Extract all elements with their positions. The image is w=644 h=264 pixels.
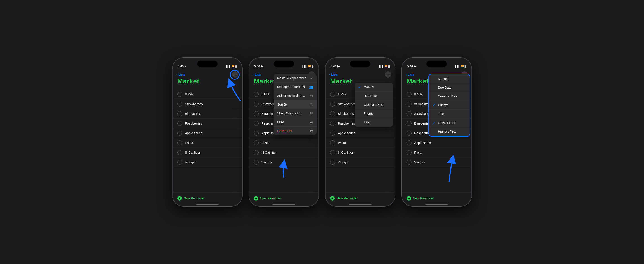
list-item: Raspberries [173, 119, 242, 129]
list-item: !!! Cat litter [249, 148, 318, 157]
menu-item-delete-list[interactable]: Delete List 🗑 [274, 127, 316, 135]
chevron-left-icon-2: ‹ [253, 73, 254, 76]
new-reminder-button-3[interactable]: + New Reminder [330, 196, 358, 201]
menu-item-select-reminders[interactable]: Select Reminders... ⊙ [274, 91, 316, 100]
plus-icon-3: + [330, 196, 335, 201]
sort-item-priority[interactable]: ✓ Priority [354, 109, 393, 118]
list-item: Apple sauce [402, 138, 471, 148]
item-checkbox[interactable] [177, 92, 182, 97]
sort-item-due-date[interactable]: ✓ Due Date [429, 83, 470, 92]
status-icons-2: ▌▌▌ 📶 ▓ [302, 65, 314, 67]
back-button-1[interactable]: ‹ Lists [176, 73, 185, 76]
sort-menu-wrapper-4: ✓ Manual ✓ Due Date ✓ Creation Date ✓ Pr… [428, 74, 470, 136]
sort-item-title[interactable]: ✓ Title [429, 110, 470, 119]
status-icons-4: ▌▌▌ 📶 ▓ [455, 65, 466, 67]
item-checkbox[interactable] [330, 160, 335, 165]
more-button-1[interactable]: ··· [232, 71, 238, 78]
menu-item-name-appearance[interactable]: Name & Appearance ✓ [274, 74, 316, 83]
battery-icon-1: ▓ [236, 65, 237, 67]
check-icon: ✓ [358, 103, 362, 107]
list-item: Pasta [402, 148, 471, 157]
item-checkbox[interactable] [254, 102, 259, 107]
item-checkbox[interactable] [330, 131, 335, 135]
new-reminder-button-4[interactable]: + New Reminder [406, 196, 434, 201]
sort-item-highest-first[interactable]: ✓ Highest First [429, 127, 470, 136]
home-indicator-3 [349, 204, 372, 205]
item-checkbox[interactable] [254, 160, 259, 165]
item-checkbox[interactable] [330, 121, 335, 126]
status-icons-1: ▌▌▌ 📶 ▓ [226, 65, 237, 67]
item-checkbox[interactable] [177, 111, 182, 116]
item-checkbox[interactable] [406, 140, 412, 145]
menu-item-show-completed[interactable]: Show Completed 👁 [274, 109, 316, 118]
sort-item-title[interactable]: ✓ Title [354, 118, 393, 127]
signal-icon-1: ▌▌▌ [226, 65, 231, 67]
item-checkbox[interactable] [330, 150, 335, 155]
list-item: Vinegar [402, 157, 471, 167]
list-item: Apple sauce [173, 129, 242, 138]
chevron-left-icon-4: ‹ [406, 73, 407, 76]
item-checkbox[interactable] [406, 92, 412, 97]
back-button-2[interactable]: ‹ Lists [253, 73, 261, 76]
item-checkbox[interactable] [177, 140, 182, 145]
item-checkbox[interactable] [177, 131, 182, 135]
sort-item-creation-date[interactable]: ✓ Creation Date [429, 92, 470, 101]
print-icon: 🖨 [310, 120, 313, 124]
sort-item-manual[interactable]: ✓ Manual [354, 83, 393, 92]
battery-icon-4: ▓ [465, 65, 466, 67]
sort-item-priority[interactable]: ✓ Priority [429, 101, 470, 110]
menu-item-sort-by[interactable]: Sort By ⇅ [274, 100, 316, 109]
item-checkbox[interactable] [330, 102, 335, 107]
menu-item-print[interactable]: Print 🖨 [274, 118, 316, 127]
plus-icon-1: + [177, 196, 182, 201]
list-title-1: Market [177, 77, 199, 85]
check-icon: ✓ [432, 130, 436, 133]
sort-item-manual[interactable]: ✓ Manual [429, 74, 470, 83]
menu-item-manage-shared[interactable]: Manage Shared List 👥 [274, 83, 316, 91]
sort-item-creation-date[interactable]: ✓ Creation Date [354, 100, 393, 109]
back-button-3[interactable]: ‹ Lists [329, 73, 338, 76]
nav-bar-1: ‹ Lists ··· [173, 70, 242, 79]
item-checkbox[interactable] [177, 160, 182, 165]
item-checkbox[interactable] [406, 111, 412, 116]
item-checkbox[interactable] [406, 121, 412, 126]
list-item: Strawberries [173, 99, 242, 109]
item-checkbox[interactable] [330, 140, 335, 145]
phone-3: 5:40 ▶ ▌▌▌ 📶 ▓ ‹ Lists ··· Market !! Mil… [325, 58, 395, 206]
dynamic-island-3 [350, 61, 370, 67]
item-checkbox[interactable] [254, 150, 259, 155]
more-button-3[interactable]: ··· [385, 71, 391, 78]
item-checkbox[interactable] [406, 150, 412, 155]
item-checkbox[interactable] [254, 131, 259, 135]
item-checkbox[interactable] [254, 111, 259, 116]
signal-icon-4: ▌▌▌ [455, 65, 460, 67]
check-icon: ✓ [358, 121, 362, 124]
status-icons-3: ▌▌▌ 📶 ▓ [379, 65, 390, 67]
phone-4-body: 5:40 ▶ ▌▌▌ 📶 ▓ ‹ Lists ··· Market !! Mil… [402, 58, 472, 206]
item-checkbox[interactable] [330, 92, 335, 97]
plus-icon-4: + [406, 196, 411, 201]
back-button-4[interactable]: ‹ Lists [406, 73, 414, 76]
item-checkbox[interactable] [406, 102, 412, 107]
item-checkbox[interactable] [406, 131, 412, 135]
sort-item-lowest-first[interactable]: ✓ Lowest First [429, 119, 470, 127]
share-icon: 👥 [309, 85, 313, 89]
select-icon: ⊙ [310, 94, 313, 98]
item-checkbox[interactable] [406, 160, 412, 165]
list-title-3: Market [330, 77, 352, 85]
item-checkbox[interactable] [254, 92, 259, 97]
new-reminder-button-2[interactable]: + New Reminder [254, 196, 281, 201]
phone-2-body: 5:40 ▶ ▌▌▌ 📶 ▓ ‹ Lists ··· Market !! Mil… [249, 58, 319, 206]
item-checkbox[interactable] [177, 150, 182, 155]
item-checkbox[interactable] [177, 102, 182, 107]
new-reminder-button-1[interactable]: + New Reminder [177, 196, 205, 201]
list-item: Pasta [249, 138, 318, 148]
item-checkbox[interactable] [254, 121, 259, 126]
item-checkbox[interactable] [330, 111, 335, 116]
check-icon: ✓ [358, 94, 362, 98]
item-checkbox[interactable] [254, 140, 259, 145]
trash-icon: 🗑 [310, 129, 313, 133]
item-checkbox[interactable] [177, 121, 182, 126]
list-item: Apple sauce [326, 129, 395, 138]
sort-item-due-date[interactable]: ✓ Due Date [354, 92, 393, 100]
